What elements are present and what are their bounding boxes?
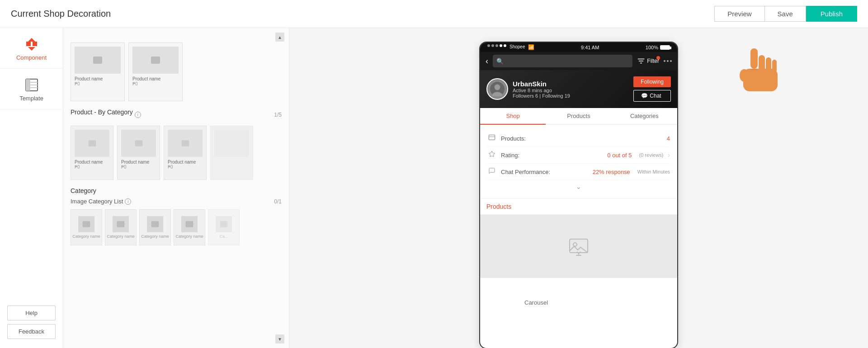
nav-dot-1 — [664, 60, 665, 62]
filter-button[interactable]: Filter — [637, 57, 659, 65]
category-section: Category Image Category List i 0/1 Categ… — [71, 187, 282, 245]
signal-dot-5 — [504, 44, 506, 47]
sidebar-bottom: Help Feedback — [0, 306, 63, 339]
category-card-1: Category name — [105, 209, 137, 245]
svg-line-29 — [577, 252, 579, 254]
product-card-cat-img-0 — [75, 130, 109, 157]
products-section-label: Products — [486, 203, 511, 210]
template-label: Template — [19, 95, 43, 102]
signal-dot-2 — [491, 44, 494, 47]
shop-stats: Products: 4 Rating: 0 out of 5 (0 review… — [480, 125, 677, 199]
help-button[interactable]: Help — [7, 306, 56, 320]
product-card-cat-img-1 — [121, 130, 156, 157]
product-count: 1/5 — [274, 112, 282, 118]
image-category-header: Image Category List i 0/1 — [71, 198, 282, 205]
carousel-label: Carousel — [524, 299, 548, 306]
svg-rect-0 — [26, 42, 31, 46]
chat-stat-icon — [487, 167, 496, 176]
panel: ▲ Product name ₱0 Product name ₱0 — [63, 28, 289, 348]
svg-rect-14 — [83, 221, 90, 227]
product-card-price-0: ₱0 — [75, 81, 121, 86]
svg-rect-1 — [33, 42, 37, 46]
image-category-info-icon: i — [125, 198, 131, 205]
page-title: Current Shop Decoration — [11, 9, 111, 19]
product-info-icon: i — [135, 112, 141, 118]
publish-button[interactable]: Publish — [806, 6, 857, 22]
product-card-img-1 — [132, 47, 179, 74]
svg-rect-15 — [117, 221, 125, 227]
sidebar-item-template[interactable]: Template — [0, 69, 63, 109]
category-card-label-1: Category name — [107, 234, 135, 239]
svg-rect-33 — [772, 60, 777, 72]
shop-tabs: Shop Products Categories — [480, 108, 677, 125]
product-card-cat-3 — [210, 126, 253, 180]
chat-icon: 💬 — [641, 93, 648, 99]
save-button[interactable]: Save — [764, 6, 806, 22]
product-card-cat-img-2 — [168, 130, 203, 157]
sidebar: Component Template Help Feedback — [0, 28, 63, 348]
signal-dot-4 — [500, 44, 502, 47]
tab-products[interactable]: Products — [546, 108, 611, 124]
svg-rect-17 — [186, 221, 193, 227]
phone-nav: ‹ 🔍 Filter — [480, 52, 677, 70]
products-stat-row: Products: 4 — [487, 130, 670, 147]
svg-rect-22 — [489, 135, 495, 140]
battery-percent: 100% — [646, 45, 658, 50]
product-card-cat-2: Product name ₱0 — [164, 126, 207, 180]
category-card-0: Category name — [71, 209, 102, 245]
category-cards-row: Category name Category name Category nam… — [71, 209, 282, 245]
chat-stat-label: Chat Performance: — [501, 169, 588, 175]
nav-dots — [664, 60, 672, 62]
svg-rect-30 — [750, 48, 758, 69]
feedback-button[interactable]: Feedback — [7, 324, 56, 339]
category-card-img-2 — [147, 216, 163, 232]
tab-shop[interactable]: Shop — [480, 108, 546, 124]
chat-button[interactable]: 💬 Chat — [633, 90, 671, 102]
svg-rect-11 — [88, 140, 96, 146]
carousel-placeholder-icon — [568, 235, 590, 257]
panel-scroll-down[interactable]: ▼ — [275, 334, 284, 343]
top-products-section: Product name ₱0 Product name ₱0 — [71, 42, 282, 101]
following-button[interactable]: Following — [633, 76, 671, 87]
svg-marker-2 — [28, 38, 35, 42]
shop-header: UrbanSkin Active 8 mins ago Followers 6 … — [480, 70, 677, 108]
products-stat-label: Products: — [501, 135, 662, 142]
sidebar-item-component[interactable]: Component — [0, 28, 63, 69]
signal-dot-1 — [487, 44, 490, 47]
category-card-label-2: Category name — [141, 234, 169, 239]
shop-name: UrbanSkin — [513, 80, 633, 88]
carrier-name: Shopee — [509, 44, 525, 50]
panel-scroll-up[interactable]: ▲ — [275, 33, 284, 42]
top-product-cards: Product name ₱0 Product name ₱0 — [71, 42, 282, 101]
chat-label: Chat — [650, 93, 661, 99]
product-card-name-0: Product name — [75, 76, 121, 81]
shop-actions: Following 💬 Chat — [633, 76, 671, 102]
category-card-label-0: Category name — [72, 234, 100, 239]
stats-expand-icon[interactable]: ⌄ — [487, 180, 670, 193]
svg-marker-3 — [28, 47, 35, 51]
product-card-cat-name-2: Product name — [168, 160, 196, 165]
category-card-img-3 — [181, 216, 198, 232]
battery-icon — [660, 45, 670, 50]
products-stat-icon — [487, 134, 496, 143]
nav-dot-2 — [667, 60, 669, 62]
category-card-3: Category name — [174, 209, 205, 245]
carousel-placeholder — [480, 215, 677, 278]
product-card-cat-name-1: Product name — [121, 160, 149, 165]
category-card-label-3: Category name — [175, 234, 203, 239]
search-bar[interactable]: 🔍 — [493, 55, 632, 67]
product-card-cat-name-0: Product name — [75, 160, 103, 165]
status-bar: Shopee 📶 9:41 AM 100% — [480, 42, 677, 52]
back-button[interactable]: ‹ — [486, 56, 488, 66]
preview-area: Carousel Shopee 📶 9:41 AM 100% — [289, 28, 868, 348]
header-actions: Preview Save Publish — [714, 6, 857, 22]
image-category-count: 0/1 — [274, 198, 282, 205]
preview-button[interactable]: Preview — [714, 6, 764, 22]
product-by-category-title-row: Product - By Category i — [71, 108, 141, 121]
tab-categories[interactable]: Categories — [612, 108, 677, 124]
signal-dot-3 — [495, 44, 498, 47]
category-card-img-0 — [78, 216, 94, 232]
shop-followers: Followers 6 | Following 19 — [513, 93, 633, 99]
svg-rect-31 — [759, 55, 765, 72]
category-card-2: Category name — [139, 209, 171, 245]
